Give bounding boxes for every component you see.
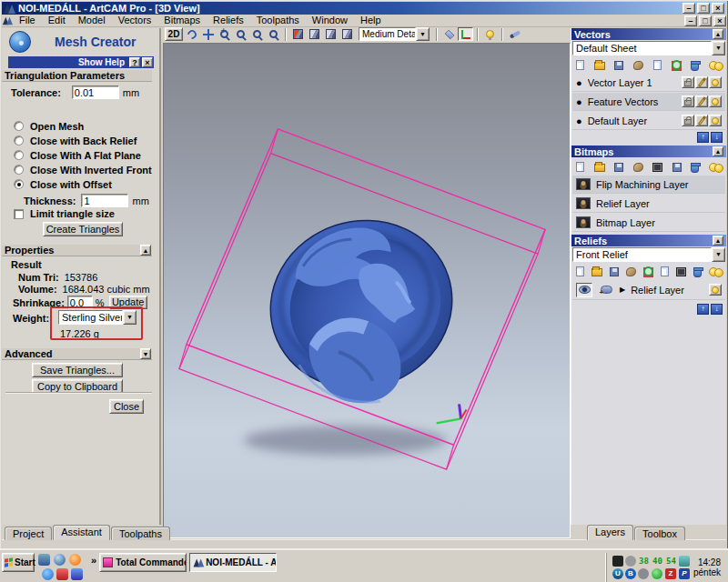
menu-window[interactable]: Window xyxy=(306,15,354,26)
start-button[interactable]: Start xyxy=(2,553,35,572)
pencil-icon[interactable] xyxy=(695,76,708,88)
greyscale-icon[interactable] xyxy=(652,163,662,172)
vector-layer-row[interactable]: ● Vector Layer 1 xyxy=(572,74,725,92)
vector-layer-row[interactable]: ● Default Layer xyxy=(572,112,725,130)
radio-icon[interactable] xyxy=(14,121,24,131)
zoom-in-button[interactable]: + xyxy=(217,27,232,41)
task-artcam-active[interactable]: NOI-MEDÁLL - ArtC... xyxy=(189,553,277,572)
visibility-bulb-icon[interactable] xyxy=(709,76,722,88)
radio-icon[interactable] xyxy=(14,179,24,189)
collapse-up-icon[interactable]: ▲ xyxy=(140,245,151,256)
minimize-button[interactable]: – xyxy=(682,3,695,14)
bitmap-layer-row[interactable]: Relief Layer xyxy=(572,195,725,213)
page-light-icon[interactable] xyxy=(661,266,669,276)
tab-toolpaths[interactable]: Toolpaths xyxy=(111,527,170,540)
thickness-input[interactable] xyxy=(81,194,128,207)
iso-view-4-button[interactable] xyxy=(339,27,355,41)
menu-file[interactable]: File xyxy=(13,15,42,26)
close-button[interactable]: × xyxy=(712,3,724,14)
radio-close-inverted-front[interactable]: Close With Inverted Front xyxy=(14,164,152,176)
preview-icon[interactable] xyxy=(676,267,686,276)
collapse-up-icon[interactable]: ▲ xyxy=(713,236,723,246)
firefox-icon[interactable] xyxy=(69,554,81,566)
2d-view-button[interactable]: 2D xyxy=(165,27,183,41)
merge-icon[interactable] xyxy=(633,61,643,70)
layer-color-dot[interactable]: ● xyxy=(576,78,582,87)
radio-close-flat-plane[interactable]: Close With A Flat Plane xyxy=(14,149,141,161)
tray-sensor-38[interactable]: 38 xyxy=(638,556,650,567)
tab-assistant[interactable]: Assistant xyxy=(53,525,110,540)
tray-icon-sphere[interactable] xyxy=(652,568,662,579)
limit-triangle-checkbox-row[interactable]: Limit triangle size xyxy=(14,208,115,219)
radio-icon[interactable] xyxy=(14,165,24,175)
menu-model[interactable]: Model xyxy=(72,15,112,26)
expand-arrow-icon[interactable]: ▶ xyxy=(620,286,625,294)
mdi-minimize-button[interactable]: – xyxy=(684,15,697,26)
mdi-restore-button[interactable]: □ xyxy=(699,15,712,26)
visibility-bulb-icon[interactable] xyxy=(709,284,722,296)
merge-icon[interactable] xyxy=(633,163,643,172)
zoom-box-button[interactable] xyxy=(249,27,265,41)
quick-launch-overflow[interactable]: » xyxy=(91,555,96,566)
restore-button[interactable]: □ xyxy=(697,3,710,14)
new-layer-icon[interactable] xyxy=(576,60,584,70)
clock[interactable]: 14:28 péntek xyxy=(693,557,723,577)
toggle-all-visibility-icon[interactable] xyxy=(709,162,722,172)
save-triangles-button[interactable]: Save Triangles... xyxy=(32,363,123,377)
tray-sensor-54[interactable]: 54 xyxy=(665,556,677,567)
mdi-close-button[interactable]: × xyxy=(713,15,726,26)
export-icon[interactable] xyxy=(672,163,682,172)
layer-color-dot[interactable]: ● xyxy=(576,116,582,125)
update-button[interactable]: Update xyxy=(109,296,147,309)
shapes-icon[interactable] xyxy=(672,61,682,70)
tab-toolbox[interactable]: Toolbox xyxy=(634,527,685,540)
tolerance-input[interactable] xyxy=(72,85,119,99)
lock-icon[interactable] xyxy=(682,115,694,126)
phone-icon[interactable] xyxy=(679,556,690,567)
radio-icon[interactable] xyxy=(14,135,24,146)
shading-button[interactable] xyxy=(507,27,522,41)
chevron-down-icon[interactable]: ▼ xyxy=(123,310,136,325)
vector-layer-row-selected[interactable]: ● Feature Vectors xyxy=(572,93,725,111)
move-layer-up-button[interactable]: ↑ xyxy=(697,304,709,315)
relief-set-dropdown[interactable]: Front Relief ▼ xyxy=(572,247,725,262)
close-assistant-button[interactable]: Close xyxy=(109,399,144,414)
relief-layer-row[interactable]: ▶ Relief Layer xyxy=(572,280,725,300)
delete-icon[interactable] xyxy=(691,164,699,173)
lighting-button[interactable] xyxy=(482,27,498,41)
move-layer-down-button[interactable]: ↓ xyxy=(711,132,723,143)
checkbox-icon[interactable] xyxy=(14,209,24,219)
home-icon[interactable] xyxy=(56,568,68,580)
save-icon[interactable] xyxy=(614,163,623,172)
iso-view-2-button[interactable] xyxy=(307,27,322,41)
combine-icon[interactable] xyxy=(643,267,653,276)
visibility-bulb-icon[interactable] xyxy=(709,95,722,107)
open-icon[interactable] xyxy=(594,164,605,172)
merge-icon[interactable] xyxy=(626,267,636,276)
toggle-all-visibility-icon[interactable] xyxy=(709,266,722,276)
app-shortcut-icon[interactable] xyxy=(71,568,83,580)
lock-icon[interactable] xyxy=(682,76,694,88)
move-layer-down-button[interactable]: ↓ xyxy=(711,304,723,315)
eye-visibility-button[interactable] xyxy=(576,283,592,297)
chevron-down-icon[interactable]: ▼ xyxy=(712,41,725,55)
zoom-out-button[interactable]: - xyxy=(233,27,248,41)
show-help-link[interactable]: Show Help xyxy=(78,57,125,67)
move-layer-up-button[interactable]: ↑ xyxy=(697,132,709,143)
menu-vectors[interactable]: Vectors xyxy=(112,15,158,26)
origin-axes-button[interactable] xyxy=(458,27,473,41)
tray-icon-disc[interactable] xyxy=(638,568,649,579)
close-panel-icon[interactable]: × xyxy=(142,57,153,67)
tray-icon-red[interactable]: Z xyxy=(665,568,676,579)
pencil-icon[interactable] xyxy=(695,115,708,126)
detail-level-dropdown[interactable]: Medium Detail ▼ xyxy=(359,27,430,41)
chevron-down-icon[interactable]: ▼ xyxy=(712,247,725,262)
menu-toolpaths[interactable]: Toolpaths xyxy=(250,15,306,26)
collapse-up-icon[interactable]: ▲ xyxy=(713,146,723,156)
visibility-bulb-icon[interactable] xyxy=(709,115,722,126)
menu-edit[interactable]: Edit xyxy=(42,15,72,26)
sheet-dropdown[interactable]: Default Sheet ▼ xyxy=(572,41,725,55)
radio-open-mesh[interactable]: Open Mesh xyxy=(14,120,84,132)
open-icon[interactable] xyxy=(594,62,605,70)
new-layer-icon[interactable] xyxy=(576,266,584,276)
